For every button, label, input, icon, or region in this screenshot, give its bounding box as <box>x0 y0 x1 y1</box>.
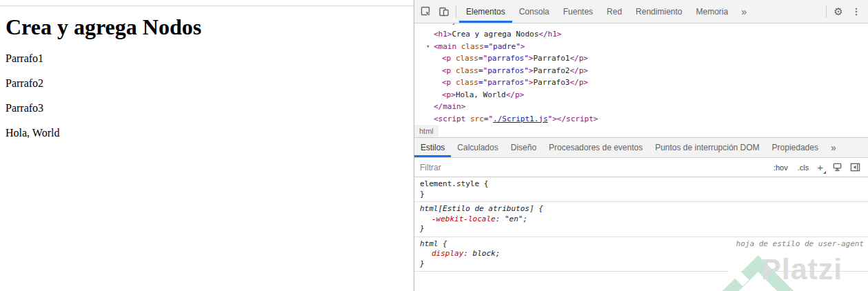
dom-tree-row[interactable]: <h1>Crea y agrega Nodos</h1> <box>414 28 868 41</box>
inspect-cursor-icon <box>421 6 432 17</box>
kebab-menu-icon[interactable]: ⋮ <box>847 3 865 21</box>
dom-tree-row[interactable]: <p class="parrafos">Parrafo1</p> <box>414 52 868 65</box>
expand-caret-icon[interactable]: ▾ <box>426 41 434 53</box>
code-token: Parrafo3 <box>533 78 569 87</box>
dom-tree-row[interactable]: <script src="./Script1.js"></script> <box>414 113 868 126</box>
tab-propiedades[interactable]: Propiedades <box>766 138 825 157</box>
tab-red[interactable]: Red <box>600 0 629 23</box>
code-token: Hola, World <box>456 90 506 99</box>
inspect-element-button[interactable] <box>417 3 435 21</box>
rule-closing-brace: } <box>420 224 862 234</box>
tab-rendimiento[interactable]: Rendimiento <box>629 0 689 23</box>
show-sidebar-icon[interactable] <box>846 159 864 177</box>
breadcrumb-item-html[interactable]: html <box>414 125 438 137</box>
dom-tree-row[interactable]: ▾<body> <box>414 23 868 28</box>
tab-memoria[interactable]: Memoria <box>689 0 735 23</box>
style-rule[interactable]: element.style {} <box>414 177 868 202</box>
expand-caret-icon[interactable]: ▾ <box>426 23 434 28</box>
gear-glyph: ⚙ <box>834 6 842 17</box>
breadcrumb: html <box>414 125 868 138</box>
code-token <box>451 78 456 87</box>
code-token: <script <box>434 114 465 123</box>
script-source-link[interactable]: ./Script1.js <box>493 114 547 123</box>
toggle-hov[interactable]: :hov <box>769 163 793 172</box>
tab-estilos[interactable]: Estilos <box>414 138 451 157</box>
code-token: ="parrafos" <box>478 54 529 63</box>
rule-selector[interactable]: html[Estilo de atributos] { <box>420 204 862 214</box>
devtools-tab-bar: ElementosConsolaFuentesRedRendimientoMem… <box>459 0 753 23</box>
plus-icon: + <box>817 161 823 173</box>
styles-filter-row: :hov.cls + <box>414 158 868 177</box>
code-token: <p <box>442 54 451 63</box>
code-token: </p> <box>569 54 588 63</box>
tab-elementos[interactable]: Elementos <box>459 0 512 23</box>
code-token: </p> <box>506 90 525 99</box>
code-token: class <box>456 66 478 75</box>
devtools-toolbar: ElementosConsolaFuentesRedRendimientoMem… <box>414 0 868 23</box>
property-name[interactable]: -webkit-locale <box>432 214 496 223</box>
styles-filter-input[interactable] <box>418 162 769 173</box>
toolbar-divider <box>826 6 827 18</box>
new-style-rule-button[interactable]: + <box>814 162 828 172</box>
devtools-panel: ElementosConsolaFuentesRedRendimientoMem… <box>414 0 868 291</box>
chevron-double-icon: » <box>741 6 747 17</box>
code-token: ="parrafos" <box>478 66 529 75</box>
tab-consola[interactable]: Consola <box>512 0 556 23</box>
dom-tree-row[interactable]: <p>Hola, World</p> <box>414 89 868 101</box>
code-token: <body> <box>434 23 461 26</box>
kebab-glyph: ⋮ <box>852 7 861 16</box>
code-token: <main <box>434 42 456 51</box>
code-token: </script> <box>557 114 598 123</box>
more-tabs-button[interactable]: » <box>735 0 753 23</box>
code-token: <h1> <box>434 30 452 39</box>
tab-diseno[interactable]: Diseño <box>505 138 543 157</box>
rule-property[interactable]: display: block; <box>420 249 862 259</box>
toolbar-right-group: ⚙ ⋮ <box>823 3 865 21</box>
rule-selector[interactable]: element.style { <box>420 179 862 190</box>
dom-tree-row[interactable]: ▾<main class="padre"> <box>414 41 868 53</box>
dom-tree-row[interactable]: <p class="parrafos">Parrafo2</p> <box>414 65 868 77</box>
code-token: ="padre" <box>484 42 521 51</box>
property-value[interactable]: : block; <box>463 249 500 258</box>
code-token: src <box>470 114 484 123</box>
code-token: Parrafo1 <box>533 54 569 63</box>
property-name[interactable]: display <box>432 249 463 258</box>
device-toolbar-button[interactable] <box>435 3 453 21</box>
rule-property[interactable]: -webkit-locale: "en"; <box>420 214 862 225</box>
code-token: ="parrafos" <box>478 78 529 87</box>
viewport-top-border <box>0 6 414 6</box>
tab-fuentes[interactable]: Fuentes <box>556 0 600 23</box>
style-rules: element.style {}html[Estilo de atributos… <box>414 177 868 272</box>
toggle-cls[interactable]: .cls <box>793 163 814 172</box>
rule-closing-brace: } <box>420 259 862 270</box>
code-token: <p <box>442 78 451 87</box>
code-token: </p> <box>569 66 588 75</box>
code-token: > <box>521 42 525 51</box>
print-styles-icon[interactable] <box>828 159 846 177</box>
styles-tab-bar: EstilosCalculadosDiseñoProcesadores de e… <box>414 138 868 158</box>
code-token: Crea y agrega Nodos <box>452 30 539 39</box>
tab-puntos-de-interrupcion-dom[interactable]: Puntos de interrupción DOM <box>649 138 765 157</box>
dom-tree-row[interactable]: </main> <box>414 101 868 113</box>
page-paragraph: Hola, World <box>6 127 414 139</box>
code-token: > <box>552 114 557 123</box>
page-paragraph: Parrafo1 <box>6 52 414 65</box>
style-rule[interactable]: html[Estilo de atributos] {-webkit-local… <box>414 202 868 237</box>
property-value[interactable]: : "en"; <box>496 214 527 223</box>
code-token: class <box>456 78 478 87</box>
stylesheet-origin-note: hoja de estilo de user-agent <box>736 239 864 250</box>
code-token <box>456 42 461 51</box>
settings-gear-icon[interactable]: ⚙ <box>829 3 847 21</box>
code-token: </h1> <box>538 30 561 39</box>
code-token: <p> <box>442 90 456 99</box>
style-state-toggles: :hov.cls <box>769 163 814 172</box>
rendered-page: Crea y agrega Nodos Parrafo1Parrafo2Parr… <box>0 0 414 291</box>
tab-procesadores-de-eventos[interactable]: Procesadores de eventos <box>543 138 649 157</box>
chevron-double-icon: » <box>831 142 836 153</box>
tab-calculados[interactable]: Calculados <box>451 138 504 157</box>
more-tabs-button[interactable]: » <box>825 138 842 157</box>
style-rule[interactable]: hoja de estilo de user-agenthtml {displa… <box>414 237 868 272</box>
dom-tree: ▾<body><h1>Crea y agrega Nodos</h1>▾<mai… <box>414 23 868 125</box>
dom-tree-row[interactable]: <p class="parrafos">Parrafo3</p> <box>414 77 868 89</box>
code-token <box>451 54 456 63</box>
